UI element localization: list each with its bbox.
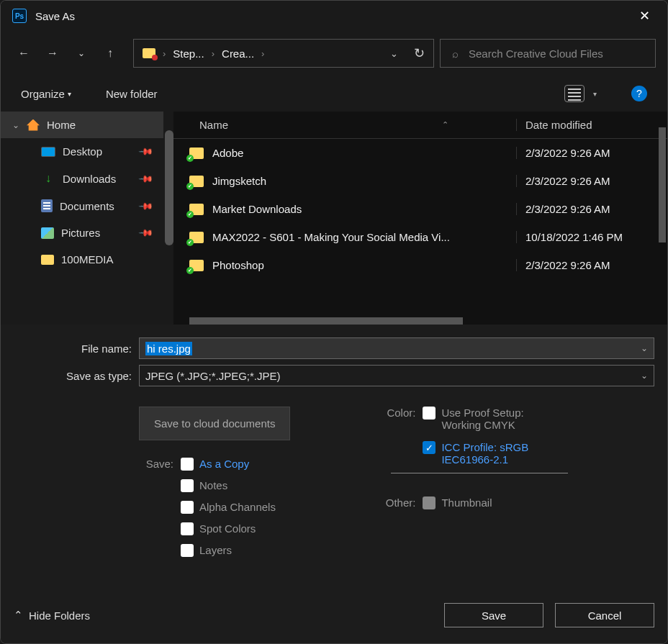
sidebar-item-pictures[interactable]: Pictures 📌 [1,219,163,246]
close-icon[interactable]: ✕ [633,5,656,27]
recent-dropdown-icon[interactable]: ⌄ [70,42,93,65]
options-area: Save to cloud documents Save: As a Copy … [9,392,659,557]
file-list: Name ⌃ Date modified Adobe 2/3/2022 9:26… [173,112,667,325]
cancel-button[interactable]: Cancel [555,603,654,627]
alpha-checkbox[interactable]: Alpha Channels [181,501,276,514]
pin-icon[interactable]: 📌 [138,144,154,160]
pin-icon[interactable]: 📌 [138,225,154,241]
checkbox-icon [181,501,194,514]
search-icon: ⌕ [452,47,459,60]
sidebar-item-label: Pictures [61,227,100,239]
file-explorer: ⌄ Home Desktop 📌 ↓ Downloads 📌 Documents… [1,112,667,325]
sidebar-item-folder[interactable]: 100MEDIA [1,246,163,273]
file-row[interactable]: Jimgsketch 2/3/2022 9:26 AM [173,167,667,195]
caret-down-icon[interactable]: ▾ [593,90,597,98]
scrollbar-vertical[interactable] [659,127,666,242]
desktop-icon [41,147,55,157]
column-name[interactable]: Name [173,119,516,131]
pin-icon[interactable]: 📌 [138,198,154,214]
sidebar-item-desktop[interactable]: Desktop 📌 [1,138,163,165]
checkbox-icon [181,479,194,492]
breadcrumb-item[interactable]: Crea... [222,47,254,60]
download-icon: ↓ [41,172,55,185]
help-icon[interactable]: ? [631,86,647,101]
sort-caret-icon: ⌃ [442,120,448,130]
dialog-footer: ⌃ Hide Folders Save Cancel [9,596,659,635]
checkbox-label: Spot Colors [199,522,256,535]
pictures-icon [41,227,54,239]
save-options-column: Save to cloud documents Save: As a Copy … [139,407,290,557]
sidebar-item-documents[interactable]: Documents 📌 [1,192,163,219]
save-button[interactable]: Save [444,603,543,627]
view-mode-icon[interactable] [564,85,584,102]
column-label: Name [199,119,228,131]
file-name: Jimgsketch [212,175,266,187]
photoshop-icon: Ps [12,9,27,23]
filename-input[interactable]: hi res.jpg ⌄ [139,337,654,359]
filetype-label: Save as type: [9,370,139,382]
forward-icon[interactable]: → [41,42,64,65]
file-date: 2/3/2022 9:26 AM [516,259,667,271]
checkbox-icon [423,496,435,509]
file-date: 2/3/2022 9:26 AM [516,203,667,215]
filetype-value: JPEG (*.JPG;*.JPEG;*.JPE) [145,370,281,382]
breadcrumb[interactable]: › Step... › Crea... › ⌄ ↻ [133,39,434,68]
folder-icon [143,48,155,58]
hide-folders-button[interactable]: ⌃ Hide Folders [14,609,90,622]
file-row[interactable]: Market Downloads 2/3/2022 9:26 AM [173,195,667,223]
file-name: Photoshop [212,259,264,271]
checkbox-label: Notes [199,479,227,491]
organize-button[interactable]: Organize ▾ [21,88,71,100]
checkbox-label: Use Proof Setup: [441,407,523,419]
folder-icon [189,176,204,187]
new-folder-button[interactable]: New folder [106,88,158,100]
as-copy-checkbox[interactable]: As a Copy [181,458,276,471]
checkbox-label: Layers [199,544,232,556]
spot-checkbox[interactable]: Spot Colors [181,522,276,535]
chevron-right-icon: › [163,48,166,59]
file-name: Market Downloads [212,203,302,215]
sidebar-item-label: 100MEDIA [61,253,114,266]
chevron-down-icon[interactable]: ⌄ [390,48,398,59]
folder-icon [189,232,204,243]
view-controls: ▾ ? [564,85,647,102]
back-icon[interactable]: ← [12,42,35,65]
checkbox-icon [181,522,194,535]
column-date[interactable]: Date modified [516,119,667,131]
sidebar-item-downloads[interactable]: ↓ Downloads 📌 [1,165,163,192]
up-icon[interactable]: ↑ [99,42,122,65]
file-row[interactable]: Photoshop 2/3/2022 9:26 AM [173,251,667,279]
scrollbar[interactable] [165,130,173,245]
checkbox-label: Thumbnail [441,496,492,509]
breadcrumb-item[interactable]: Step... [173,47,204,60]
chevron-right-icon: › [212,48,215,59]
save-cloud-button[interactable]: Save to cloud documents [139,407,290,440]
file-name: MAX2022 - S601 - Making Your Social Medi… [212,231,450,243]
file-row[interactable]: Adobe 2/3/2022 9:26 AM [173,139,667,167]
checkbox-label-sub: Working CMYK [441,419,523,431]
pin-icon[interactable]: 📌 [138,171,154,186]
thumbnail-checkbox[interactable]: Thumbnail [423,496,492,509]
filename-row: File name: hi res.jpg ⌄ [9,337,659,359]
chevron-down-icon[interactable]: ⌄ [641,343,648,353]
checkbox-icon [423,407,435,419]
proof-setup-checkbox[interactable]: Use Proof Setup: Working CMYK [423,407,528,431]
home-icon [27,119,40,131]
file-row[interactable]: MAX2022 - S601 - Making Your Social Medi… [173,223,667,251]
sidebar: ⌄ Home Desktop 📌 ↓ Downloads 📌 Documents… [1,112,173,325]
icc-profile-checkbox[interactable]: ✓ ICC Profile: sRGB IEC61966-2.1 [423,441,528,466]
chevron-down-icon[interactable]: ⌄ [641,371,648,381]
sidebar-item-home[interactable]: ⌄ Home [1,112,163,138]
layers-checkbox[interactable]: Layers [181,544,276,557]
scrollbar-horizontal[interactable] [189,317,463,325]
color-section-label: Color: [376,407,415,466]
divider [391,473,568,473]
document-icon [41,199,53,212]
notes-checkbox[interactable]: Notes [181,479,276,492]
search-input[interactable]: ⌕ Search Creative Cloud Files [440,39,656,68]
folder-icon [41,255,54,265]
filetype-select[interactable]: JPEG (*.JPG;*.JPEG;*.JPE) ⌄ [139,365,654,386]
navigation-bar: ← → ⌄ ↑ › Step... › Crea... › ⌄ ↻ ⌕ Sear… [1,31,667,76]
refresh-icon[interactable]: ↻ [414,45,425,61]
checkbox-checked-icon: ✓ [423,441,435,454]
